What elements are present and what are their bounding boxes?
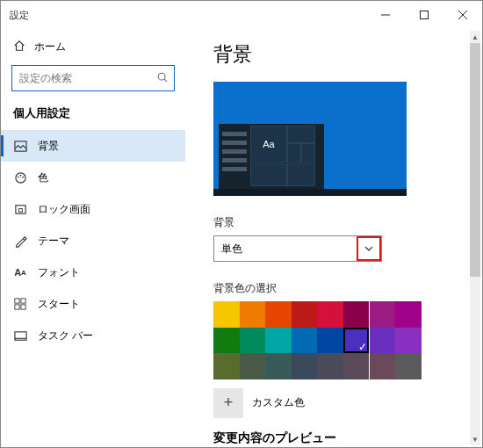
sidebar-item-colors[interactable]: 色 [1,162,185,193]
preview-heading: 変更内容のプレビュー [213,430,472,446]
svg-point-10 [22,176,24,177]
color-swatch[interactable] [292,353,318,379]
color-swatch[interactable] [317,353,343,379]
svg-rect-12 [18,208,22,212]
sidebar-item-themes[interactable]: テーマ [1,225,185,257]
page-title: 背景 [213,41,472,68]
svg-rect-14 [21,299,25,303]
maximize-button[interactable] [405,2,443,28]
sidebar-item-label: スタート [38,297,80,312]
font-icon: AA [13,265,27,279]
minimize-button[interactable] [366,2,405,28]
color-swatch[interactable] [343,328,370,354]
background-label: 背景 [213,215,472,230]
color-swatch[interactable] [292,328,318,354]
home-link[interactable]: ホーム [1,34,185,61]
color-swatch[interactable] [395,301,422,328]
svg-rect-16 [21,305,25,309]
svg-point-8 [17,176,18,177]
chevron-down-icon[interactable] [357,236,381,261]
image-icon [13,139,27,153]
color-swatch[interactable] [370,328,396,354]
color-swatch[interactable] [370,301,396,328]
svg-rect-6 [14,141,25,150]
vertical-scrollbar[interactable]: ▲ ▼ [470,31,480,445]
sidebar-item-label: タスク バー [38,329,93,343]
svg-line-5 [164,79,167,82]
home-icon [13,40,25,54]
sidebar-item-label: ロック画面 [38,202,90,217]
background-dropdown[interactable]: 単色 [213,235,382,262]
color-swatch[interactable] [317,301,343,328]
sidebar-item-lockscreen[interactable]: ロック画面 [1,193,185,225]
color-swatches [213,301,422,379]
section-title: 個人用設定 [1,100,185,130]
sidebar-item-fonts[interactable]: AA フォント [1,257,185,288]
color-swatch[interactable] [265,328,292,354]
svg-point-7 [15,172,25,182]
theme-icon [13,234,27,248]
color-swatch[interactable] [343,301,370,328]
svg-rect-15 [15,305,19,309]
color-swatch[interactable] [240,301,266,328]
color-swatch[interactable] [265,301,292,328]
preview-tile-aa: Aa [250,126,287,163]
taskbar-icon [13,329,27,343]
color-swatch[interactable] [292,301,318,328]
sidebar-item-label: フォント [38,265,80,280]
search-input-container[interactable] [11,65,175,91]
lock-screen-icon [13,202,27,216]
color-swatch[interactable] [317,328,343,354]
sidebar-item-label: 色 [38,170,48,185]
start-icon [13,297,27,311]
sidebar-item-start[interactable]: スタート [1,288,185,320]
color-swatch[interactable] [240,328,266,354]
svg-point-4 [158,73,165,80]
color-swatch[interactable] [343,353,370,379]
background-dropdown-value: 単色 [221,242,242,257]
sidebar: ホーム 個人用設定 背景 色 ロック画面 テーマ AA フォント ス [1,29,185,447]
color-swatch[interactable] [213,301,240,328]
sidebar-item-taskbar[interactable]: タスク バー [1,320,185,351]
desktop-preview: Aa [213,82,407,196]
color-swatch[interactable] [265,353,292,379]
home-label: ホーム [34,40,66,54]
palette-icon [13,170,27,184]
svg-rect-1 [421,11,429,19]
scroll-up-icon[interactable]: ▲ [470,31,480,43]
window-title: 設定 [10,9,29,22]
search-input[interactable] [19,72,156,84]
custom-color-label: カスタム色 [252,395,305,410]
plus-icon: + [213,388,243,418]
main-panel: 背景 Aa 背景 単色 [185,29,482,447]
swatch-label: 背景色の選択 [213,281,472,296]
color-swatch[interactable] [213,328,240,354]
custom-color-button[interactable]: + カスタム色 [213,388,472,418]
sidebar-item-label: 背景 [38,139,59,154]
sidebar-item-background[interactable]: 背景 [1,130,185,162]
svg-point-9 [19,174,21,176]
scrollbar-thumb[interactable] [470,43,480,277]
svg-rect-13 [15,299,19,303]
color-swatch[interactable] [240,353,266,379]
close-button[interactable] [443,2,482,28]
sidebar-item-label: テーマ [38,234,69,249]
color-swatch[interactable] [370,353,396,379]
color-swatch[interactable] [395,328,422,354]
scroll-down-icon[interactable]: ▼ [470,433,480,445]
search-icon [156,71,169,86]
titlebar: 設定 [1,1,482,29]
color-swatch[interactable] [395,353,422,379]
color-swatch[interactable] [213,353,240,379]
